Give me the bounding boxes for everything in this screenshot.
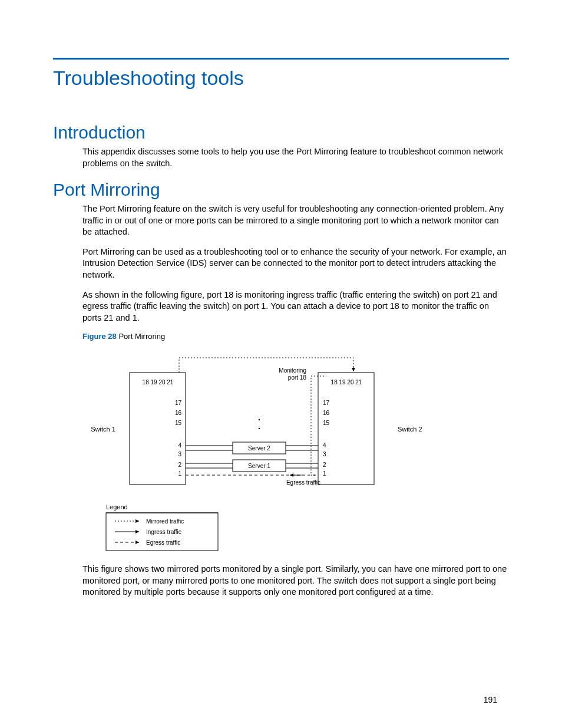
svg-point-3 <box>259 428 260 429</box>
label-egress-traffic: Egress traffic <box>286 479 320 486</box>
legend-egress: Egress traffic <box>146 539 180 546</box>
s1-p17: 17 <box>175 400 182 406</box>
legend-mirrored: Mirrored traffic <box>146 518 184 525</box>
s2-p4: 4 <box>323 442 326 449</box>
label-server2: Server 2 <box>248 445 270 452</box>
pm-paragraph-1: The Port Mirroring feature on the switch… <box>82 203 509 238</box>
legend-title: Legend <box>106 503 128 510</box>
section-heading-port-mirroring: Port Mirroring <box>53 180 509 200</box>
svg-rect-0 <box>130 373 186 485</box>
section-heading-introduction: Introduction <box>53 123 509 143</box>
s1-p1: 1 <box>178 470 181 477</box>
s2-p1: 1 <box>323 470 326 477</box>
figure-title: Port Mirroring <box>118 332 165 341</box>
svg-rect-1 <box>318 373 374 485</box>
s1-p3: 3 <box>178 451 181 457</box>
s2-p15: 15 <box>323 420 330 426</box>
page: Troubleshooting tools Introduction This … <box>0 0 562 728</box>
intro-paragraph: This appendix discusses some tools to he… <box>82 146 509 169</box>
s2-p16: 16 <box>323 410 330 416</box>
figure-label: Figure 28 <box>82 332 117 341</box>
doc-title: Troubleshooting tools <box>53 67 509 90</box>
label-server1: Server 1 <box>248 463 270 469</box>
label-switch2: Switch 2 <box>398 426 422 433</box>
svg-point-2 <box>259 419 260 420</box>
pm-paragraph-4: This figure shows two mirrored ports mon… <box>82 564 509 598</box>
s2-p2: 2 <box>323 462 326 468</box>
s1-p4: 4 <box>178 442 181 449</box>
pm-paragraph-2: Port Mirroring can be used as a troubles… <box>82 246 509 281</box>
top-rule <box>53 58 509 60</box>
s1-p16: 16 <box>175 410 182 416</box>
label-monitoring-port: port 18 <box>288 374 307 381</box>
page-number: 191 <box>484 695 497 704</box>
label-switch1: Switch 1 <box>91 426 115 433</box>
switch2-top-ports: 18 19 20 21 <box>331 379 362 386</box>
s1-p15: 15 <box>175 420 182 426</box>
legend-ingress: Ingress traffic <box>146 529 181 535</box>
s2-p3: 3 <box>323 451 326 457</box>
s1-p2: 2 <box>178 462 181 468</box>
figure-caption: Figure 28 Port Mirroring <box>82 332 509 341</box>
label-monitoring: Monitoring <box>279 367 306 374</box>
figure-diagram: Switch 1 Switch 2 18 19 20 21 18 19 20 2… <box>82 349 471 561</box>
pm-paragraph-3: As shown in the following figure, port 1… <box>82 289 509 324</box>
switch1-top-ports: 18 19 20 21 <box>143 379 174 386</box>
s2-p17: 17 <box>323 400 330 406</box>
